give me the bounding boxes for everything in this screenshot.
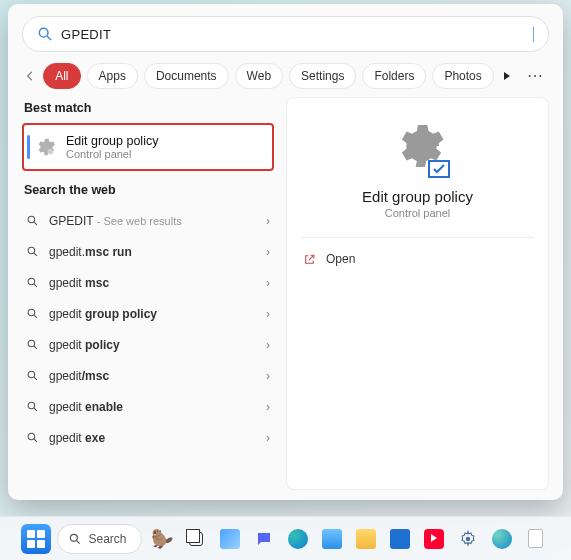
taskbar-settings[interactable] xyxy=(454,525,482,553)
web-results-list: GPEDIT - See web results›gpedit.msc run›… xyxy=(22,205,274,453)
taskbar-explorer[interactable] xyxy=(352,525,380,553)
web-result-0[interactable]: GPEDIT - See web results› xyxy=(22,205,274,236)
overflow-menu-button[interactable]: ⋯ xyxy=(521,62,549,89)
search-box[interactable] xyxy=(22,16,549,52)
web-result-label: GPEDIT - See web results xyxy=(49,214,182,228)
search-icon xyxy=(26,338,39,351)
svg-point-7 xyxy=(28,278,35,285)
results-columns: Best match Edit group policy Control pan… xyxy=(22,97,549,490)
search-input[interactable] xyxy=(61,27,527,42)
taskbar-search-label: Search xyxy=(88,532,126,546)
search-icon xyxy=(26,307,39,320)
taskbar-photos[interactable] xyxy=(318,525,346,553)
svg-point-9 xyxy=(28,309,35,316)
svg-line-6 xyxy=(34,253,37,256)
web-result-7[interactable]: gpedit exe› xyxy=(22,422,274,453)
best-match-result[interactable]: Edit group policy Control panel xyxy=(22,123,274,171)
search-web-heading: Search the web xyxy=(24,183,274,197)
chevron-right-icon: › xyxy=(266,307,270,321)
preview-pane: Edit group policy Control panel Open xyxy=(286,97,549,490)
search-icon xyxy=(26,431,39,444)
svg-point-15 xyxy=(28,402,35,409)
taskbar-task-view[interactable] xyxy=(182,525,210,553)
web-result-6[interactable]: gpedit enable› xyxy=(22,391,274,422)
preview-action-open[interactable]: Open xyxy=(301,248,534,270)
svg-line-1 xyxy=(47,36,51,40)
search-icon xyxy=(26,276,39,289)
svg-point-3 xyxy=(28,216,35,223)
chevron-right-icon: › xyxy=(266,276,270,290)
chevron-right-icon: › xyxy=(266,338,270,352)
filter-folders[interactable]: Folders xyxy=(362,63,426,89)
taskbar-app-1[interactable]: 🦫 xyxy=(148,525,176,553)
svg-point-19 xyxy=(71,534,78,541)
svg-line-18 xyxy=(34,439,37,442)
svg-line-4 xyxy=(34,222,37,225)
best-match-heading: Best match xyxy=(24,101,274,115)
filter-all[interactable]: All xyxy=(43,63,80,89)
chevron-right-icon: › xyxy=(266,400,270,414)
start-button[interactable] xyxy=(21,524,51,554)
taskbar-widgets[interactable] xyxy=(216,525,244,553)
best-match-text: Edit group policy Control panel xyxy=(66,134,158,160)
results-left-column: Best match Edit group policy Control pan… xyxy=(22,97,274,490)
best-match-title: Edit group policy xyxy=(66,134,158,148)
web-result-label: gpedit.msc run xyxy=(49,245,132,259)
back-button[interactable] xyxy=(22,65,37,87)
svg-point-13 xyxy=(28,371,35,378)
web-result-label: gpedit/msc xyxy=(49,369,109,383)
web-result-label: gpedit group policy xyxy=(49,307,157,321)
filter-settings[interactable]: Settings xyxy=(289,63,356,89)
filter-documents[interactable]: Documents xyxy=(144,63,229,89)
taskbar: Search 🦫 xyxy=(0,516,571,560)
web-result-4[interactable]: gpedit policy› xyxy=(22,329,274,360)
web-result-5[interactable]: gpedit/msc› xyxy=(22,360,274,391)
search-icon xyxy=(26,214,39,227)
preview-action-open-label: Open xyxy=(326,252,355,266)
preview-icon xyxy=(390,118,446,174)
web-result-1[interactable]: gpedit.msc run› xyxy=(22,236,274,267)
taskbar-search[interactable]: Search xyxy=(57,524,141,554)
web-result-label: gpedit policy xyxy=(49,338,120,352)
chevron-right-icon: › xyxy=(266,214,270,228)
svg-line-20 xyxy=(77,540,80,543)
divider xyxy=(301,237,534,238)
svg-point-21 xyxy=(465,536,470,541)
taskbar-store[interactable] xyxy=(386,525,414,553)
svg-line-10 xyxy=(34,315,37,318)
search-icon xyxy=(68,532,82,546)
svg-line-8 xyxy=(34,284,37,287)
taskbar-chat[interactable] xyxy=(250,525,278,553)
chevron-right-icon: › xyxy=(266,431,270,445)
svg-point-5 xyxy=(28,247,35,254)
filter-more-button[interactable] xyxy=(500,65,515,87)
search-icon xyxy=(26,400,39,413)
web-result-label: gpedit exe xyxy=(49,431,105,445)
filter-web[interactable]: Web xyxy=(235,63,283,89)
svg-point-0 xyxy=(39,28,48,37)
search-results-panel: All Apps Documents Web Settings Folders … xyxy=(8,4,563,500)
svg-line-16 xyxy=(34,408,37,411)
selection-accent xyxy=(27,135,30,159)
check-badge-icon xyxy=(428,160,450,178)
svg-line-14 xyxy=(34,377,37,380)
web-result-label: gpedit enable xyxy=(49,400,123,414)
svg-point-11 xyxy=(28,340,35,347)
preview-title: Edit group policy xyxy=(362,188,473,205)
filter-photos[interactable]: Photos xyxy=(432,63,493,89)
taskbar-edge[interactable] xyxy=(284,525,312,553)
preview-subtitle: Control panel xyxy=(385,207,450,219)
filter-apps[interactable]: Apps xyxy=(87,63,138,89)
open-icon xyxy=(303,253,316,266)
search-icon xyxy=(26,245,39,258)
best-match-subtitle: Control panel xyxy=(66,148,158,160)
svg-point-2 xyxy=(48,149,54,155)
web-result-2[interactable]: gpedit msc› xyxy=(22,267,274,298)
web-result-3[interactable]: gpedit group policy› xyxy=(22,298,274,329)
svg-line-12 xyxy=(34,346,37,349)
filter-row: All Apps Documents Web Settings Folders … xyxy=(22,62,549,89)
gear-icon xyxy=(34,136,56,158)
taskbar-youtube[interactable] xyxy=(420,525,448,553)
taskbar-document[interactable] xyxy=(522,525,550,553)
taskbar-edge-beta[interactable] xyxy=(488,525,516,553)
